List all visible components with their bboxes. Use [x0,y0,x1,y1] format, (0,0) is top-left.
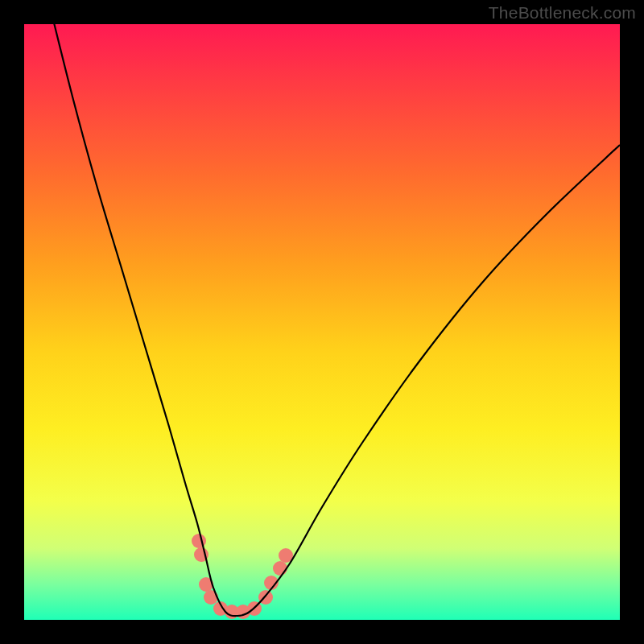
chart-plot-area [24,24,620,620]
bottleneck-curve [48,0,620,616]
chart-svg [24,24,620,620]
watermark-text: TheBottleneck.com [489,3,636,23]
chart-frame: TheBottleneck.com [0,0,644,644]
chart-marker [273,561,287,576]
chart-markers-group [192,534,293,619]
